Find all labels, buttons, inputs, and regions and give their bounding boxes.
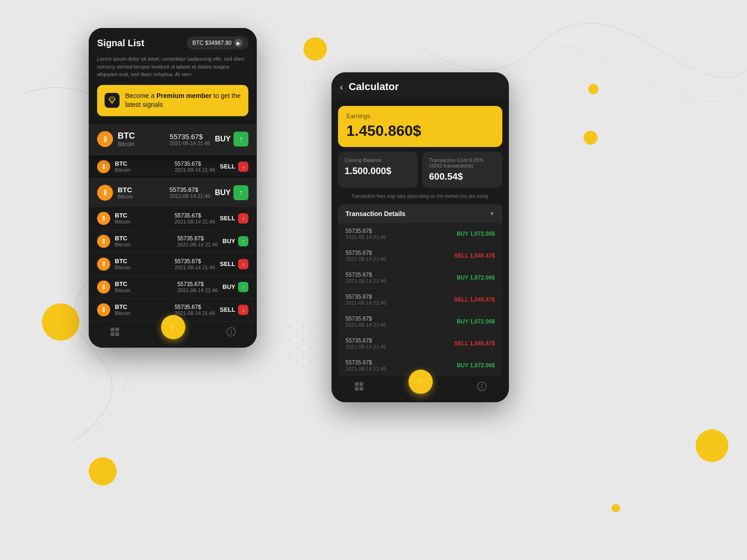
tx-price: 55735.67$: [345, 315, 386, 322]
closing-balance-label: Closing Balance: [345, 157, 411, 163]
deco-circle-4: [89, 457, 117, 485]
transaction-item[interactable]: 55735.67$ 2021-08-14 21:46 BUY 1,072.06$: [338, 267, 502, 289]
coin-name: BTC: [115, 235, 173, 242]
transaction-item[interactable]: 55735.67$ 2021-08-14 21:46 BUY 1,072.06$: [338, 223, 502, 245]
signal-price-block: 55735.67$ 2021-08-14 21:46: [169, 186, 210, 199]
coin-sub: Bitcoin: [118, 141, 165, 147]
sell-action[interactable]: SELL ↓: [220, 161, 248, 172]
transaction-cost-value: 600.54$: [429, 171, 496, 182]
btc-avatar: ₿: [97, 212, 110, 225]
tx-date: 2021-08-14 21:46: [345, 256, 386, 262]
signal-price: 55735.67$: [177, 281, 218, 287]
tx-buy-action: BUY 1,072.06$: [457, 231, 495, 237]
signal-info: BTC Bitcoin: [115, 303, 170, 316]
back-button[interactable]: ‹: [340, 82, 343, 92]
signal-item[interactable]: ₿ BTC Bitcoin 55735.67$ 2021-08-14 21:46…: [89, 230, 257, 253]
coin-name: BTC: [118, 131, 165, 141]
transaction-details-header[interactable]: Transaction Details ▼: [338, 204, 502, 223]
signal-price-block: 55735.67$ 2021-08-14 21:46: [175, 212, 215, 224]
buy-action[interactable]: BUY ↑: [223, 236, 248, 246]
tx-price: 55735.67$: [345, 250, 386, 256]
calc-lightning-icon: ⚡: [415, 376, 427, 388]
svg-point-12: [303, 354, 304, 356]
transaction-list: 55735.67$ 2021-08-14 21:46 BUY 1,072.06$…: [338, 223, 502, 376]
signal-price: 55735.67$: [169, 133, 210, 140]
coin-sub: Bitcoin: [115, 287, 173, 293]
signal-item[interactable]: ₿ BTC Bitcoin 55735.67$ 2021-08-14 21:46…: [89, 253, 257, 276]
tx-buy-action: BUY 1,072.06$: [457, 362, 495, 369]
nav-grid-icon[interactable]: [109, 326, 120, 340]
calc-nav-lightning-button[interactable]: ⚡: [409, 370, 433, 394]
calc-nav-info-icon[interactable]: [477, 381, 487, 394]
signal-item[interactable]: ₿ BTC Bitcoin 55735.67$ 2021-08-14 21:46…: [89, 207, 257, 230]
signal-info: BTC Bitcoin: [115, 235, 173, 247]
calc-nav-grid-icon[interactable]: [353, 381, 365, 395]
signal-price-block: 55735.67$ 2021-08-14 21:46: [177, 235, 218, 247]
coin-name: BTC: [115, 160, 170, 167]
signal-price-block: 55735.67$ 2021-08-14 21:46: [175, 161, 215, 173]
signal-item[interactable]: ₿ BTC Bitcoin 55735.67$ 2021-08-14 21:46…: [89, 276, 257, 299]
buy-action[interactable]: BUY ↑: [215, 185, 248, 200]
chevron-down-icon: ▼: [489, 210, 495, 217]
svg-point-7: [303, 340, 304, 342]
deco-circle-7: [612, 504, 620, 512]
btc-price-badge[interactable]: BTC $34987.80 ▶: [187, 36, 248, 49]
tx-info: 55735.67$ 2021-08-14 21:46: [345, 359, 386, 371]
buy-action[interactable]: BUY ↑: [223, 282, 248, 292]
signal-item[interactable]: ₿ BTC Bitcoin 55735.67$ 2021-08-14 21:46…: [89, 124, 257, 155]
buy-action[interactable]: BUY ↑: [215, 132, 248, 147]
fee-note: Transaction fees may vary depending on t…: [331, 191, 509, 204]
svg-point-0: [289, 326, 290, 328]
tx-buy-action: BUY 1,072.06$: [457, 318, 495, 325]
btc-avatar: ₿: [97, 258, 110, 271]
buy-icon: ↑: [233, 132, 248, 147]
premium-text-static: Become a: [125, 92, 156, 99]
signal-price-block: 55735.67$ 2021-08-14 21:46: [175, 258, 215, 270]
signal-date: 2021-08-14 21:46: [177, 242, 218, 247]
tx-price: 55735.67$: [345, 294, 386, 300]
btc-avatar: ₿: [97, 280, 110, 294]
deco-circle-6: [588, 84, 599, 94]
transaction-item[interactable]: 55735.67$ 2021-08-14 21:46 BUY 1,072.06$: [338, 311, 502, 333]
bottom-nav: ⚡: [89, 322, 257, 348]
svg-rect-18: [115, 332, 119, 336]
svg-rect-15: [111, 328, 114, 331]
sell-icon: ↓: [238, 213, 248, 224]
signal-info: BTC Bitcoin: [118, 131, 165, 147]
svg-point-10: [289, 354, 290, 356]
tx-info: 55735.67$ 2021-08-14 21:46: [345, 315, 386, 328]
btc-price-arrow: ▶: [234, 39, 243, 47]
transaction-item[interactable]: 55735.67$ 2021-08-14 21:46 SELL 1,045.47…: [338, 289, 502, 311]
premium-text-bold: Premium member: [156, 92, 211, 99]
deco-circle-2: [584, 131, 598, 145]
premium-banner[interactable]: Become a Premium member to get the lates…: [97, 85, 248, 116]
tx-date: 2021-08-14 21:46: [345, 366, 386, 371]
svg-point-1: [296, 333, 297, 335]
btc-avatar: ₿: [97, 303, 110, 316]
btc-avatar: ₿: [97, 185, 113, 201]
btc-avatar: ₿: [97, 235, 110, 248]
signal-price: 55735.67$: [175, 212, 215, 219]
nav-lightning-button[interactable]: ⚡: [161, 315, 185, 339]
coin-name: BTC: [115, 258, 170, 265]
sell-action[interactable]: SELL ↓: [220, 213, 248, 224]
deco-circle-5: [696, 429, 728, 462]
svg-point-6: [296, 347, 297, 349]
signal-list-header: Signal List BTC $34987.80 ▶: [89, 28, 257, 55]
signal-info: BTC Bitcoin: [115, 280, 173, 293]
signal-date: 2021-08-14 21:46: [175, 219, 215, 224]
transaction-item[interactable]: 55735.67$ 2021-08-14 21:46 SELL 1,045.47…: [338, 245, 502, 267]
tx-info: 55735.67$ 2021-08-14 21:46: [345, 250, 386, 262]
signal-date: 2021-08-14 21:46: [175, 265, 215, 270]
coin-name: BTC: [118, 186, 165, 194]
signal-item[interactable]: ₿ BTC Bitcoin 55735.67$ 2021-08-14 21:46…: [89, 178, 257, 207]
transaction-item[interactable]: 55735.67$ 2021-08-14 21:46 SELL 1,045.47…: [338, 333, 502, 355]
premium-text: Become a Premium member to get the lates…: [125, 91, 241, 110]
svg-rect-22: [355, 382, 359, 386]
signal-item[interactable]: ₿ BTC Bitcoin 55735.67$ 2021-08-14 21:46…: [89, 155, 257, 178]
signal-price: 55735.67$: [175, 258, 215, 265]
sell-action[interactable]: SELL ↓: [220, 259, 248, 269]
svg-point-13: [310, 361, 311, 363]
nav-info-icon[interactable]: [226, 327, 236, 340]
sell-action[interactable]: SELL ↓: [220, 305, 248, 315]
